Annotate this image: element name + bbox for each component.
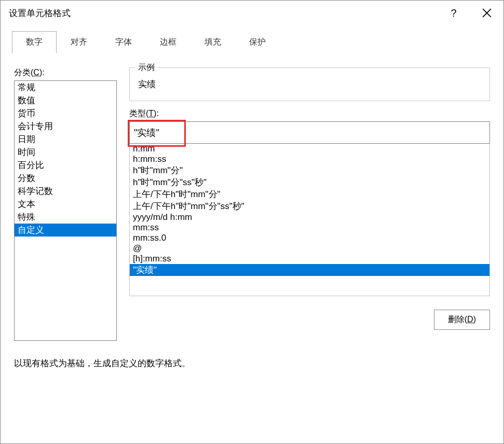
tab-alignment[interactable]: 对齐: [57, 31, 101, 53]
type-input-wrap: [129, 121, 490, 144]
type-item[interactable]: yyyy/m/d h:mm: [130, 212, 489, 223]
type-item[interactable]: mm:ss.0: [130, 233, 489, 243]
format-cells-dialog: 设置单元格格式 ? 数字 对齐 字体 边框 填充 保护 分类(C): 常规数值货…: [0, 0, 504, 444]
type-list[interactable]: h:mmh:mm:ssh"时"mm"分"h"时"mm"分"ss"秒"上午/下午h…: [129, 144, 490, 296]
dialog-title: 设置单元格格式: [9, 7, 71, 19]
type-item[interactable]: [h]:mm:ss: [130, 254, 489, 264]
help-icon[interactable]: ?: [437, 1, 470, 25]
tab-font[interactable]: 字体: [101, 31, 146, 53]
sample-value: 实绩: [137, 75, 482, 93]
category-item[interactable]: 科学记数: [15, 185, 116, 198]
type-label: 类型(T):: [129, 108, 490, 119]
category-item[interactable]: 文本: [15, 198, 116, 211]
category-item[interactable]: 时间: [15, 146, 116, 159]
type-item[interactable]: "实绩": [130, 264, 489, 276]
type-item[interactable]: mm:ss: [130, 223, 489, 233]
category-item[interactable]: 货币: [15, 107, 116, 120]
sample-box: 示例 实绩: [129, 67, 490, 101]
type-item[interactable]: 上午/下午h"时"mm"分": [130, 188, 489, 200]
type-input[interactable]: [129, 121, 490, 144]
category-item[interactable]: 会计专用: [15, 120, 116, 133]
category-list[interactable]: 常规数值货币会计专用日期时间百分比分数科学记数文本特殊自定义: [14, 80, 117, 341]
tab-fill[interactable]: 填充: [190, 31, 235, 53]
window-controls: ?: [437, 1, 503, 25]
category-item[interactable]: 分数: [15, 172, 116, 185]
footer-text: 以现有格式为基础，生成自定义的数字格式。: [1, 346, 503, 381]
type-item[interactable]: @: [130, 243, 489, 254]
category-label: 分类(C):: [14, 67, 117, 78]
tab-protection[interactable]: 保护: [235, 31, 280, 53]
delete-button[interactable]: 删除(D): [434, 310, 490, 330]
category-item[interactable]: 数值: [15, 94, 116, 107]
category-item[interactable]: 常规: [15, 81, 116, 94]
category-item[interactable]: 自定义: [15, 224, 116, 237]
category-item[interactable]: 日期: [15, 133, 116, 146]
titlebar: 设置单元格格式 ?: [1, 1, 503, 25]
dialog-body: 分类(C): 常规数值货币会计专用日期时间百分比分数科学记数文本特殊自定义 示例…: [1, 53, 503, 346]
tab-border[interactable]: 边框: [146, 31, 190, 53]
close-icon[interactable]: [470, 1, 503, 25]
tab-number[interactable]: 数字: [12, 31, 57, 53]
tab-bar: 数字 对齐 字体 边框 填充 保护: [12, 31, 492, 53]
type-item[interactable]: h"时"mm"分": [130, 164, 489, 176]
type-item[interactable]: 上午/下午h"时"mm"分"ss"秒": [130, 200, 489, 212]
category-item[interactable]: 百分比: [15, 159, 116, 172]
type-item[interactable]: h:mm: [130, 144, 489, 154]
sample-legend: 示例: [135, 62, 158, 73]
type-item[interactable]: h:mm:ss: [130, 154, 489, 164]
right-panel: 示例 实绩 类型(T): h:mmh:mm:ssh"时"mm"分"h"时"mm"…: [129, 67, 490, 341]
category-item[interactable]: 特殊: [15, 211, 116, 224]
type-item[interactable]: h"时"mm"分"ss"秒": [130, 176, 489, 188]
delete-row: 删除(D): [129, 310, 490, 330]
category-panel: 分类(C): 常规数值货币会计专用日期时间百分比分数科学记数文本特殊自定义: [14, 67, 117, 341]
